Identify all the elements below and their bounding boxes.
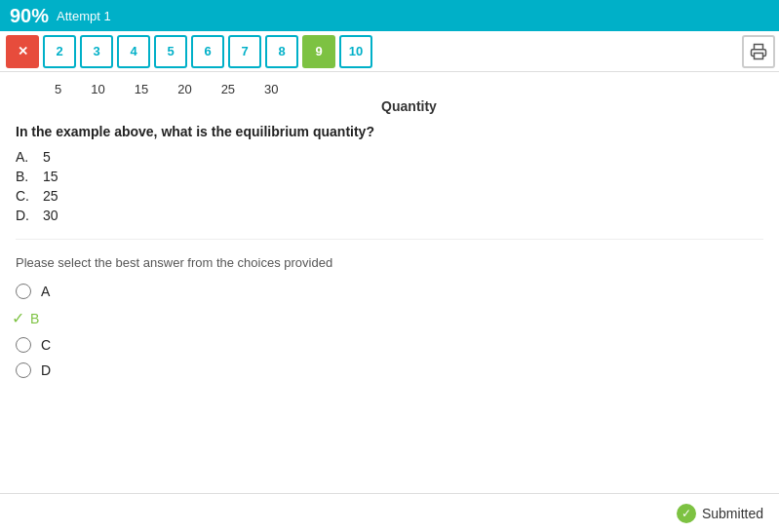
- radio-label-b: B: [30, 311, 39, 326]
- radio-label-d: D: [41, 362, 51, 378]
- axis-label-30: 30: [264, 82, 278, 96]
- radio-label-c: C: [41, 337, 51, 353]
- main-content: 5 10 15 20 25 30 Quantity In the example…: [0, 72, 779, 378]
- nav-btn-1[interactable]: ✕: [6, 35, 39, 68]
- submitted-check-icon: ✓: [677, 504, 696, 523]
- nav-btn-9[interactable]: 9: [302, 35, 335, 68]
- axis-title: Quantity: [55, 98, 763, 114]
- nav-btn-2[interactable]: 2: [43, 35, 76, 68]
- radio-input-d[interactable]: [16, 362, 31, 378]
- question-text: In the example above, what is the equili…: [16, 124, 763, 139]
- nav-btn-10[interactable]: 10: [339, 35, 372, 68]
- radio-choice-b[interactable]: ✓ B: [16, 309, 763, 327]
- answer-choice-a: A. 5: [16, 149, 763, 165]
- nav-btn-8[interactable]: 8: [265, 35, 298, 68]
- axis-label-25: 25: [221, 82, 235, 96]
- instruction-text: Please select the best answer from the c…: [16, 255, 763, 270]
- attempt-label: Attempt 1: [57, 9, 111, 23]
- radio-input-a[interactable]: [16, 284, 31, 299]
- answer-choice-b: B. 15: [16, 169, 763, 184]
- checkmark-icon: ✓: [12, 309, 24, 327]
- header-bar: 90% Attempt 1: [0, 0, 779, 31]
- nav-btn-6[interactable]: 6: [191, 35, 224, 68]
- radio-label-a: A: [41, 284, 50, 299]
- submitted-label: Submitted: [702, 506, 763, 521]
- answer-choice-d: D. 30: [16, 208, 763, 223]
- axis-label-10: 10: [91, 82, 104, 96]
- axis-label-15: 15: [135, 82, 148, 96]
- answer-letter-d: D.: [16, 208, 43, 223]
- answer-value-c: 25: [43, 188, 58, 204]
- svg-rect-0: [755, 53, 763, 58]
- answer-value-d: 30: [43, 208, 58, 223]
- print-button[interactable]: [742, 35, 775, 68]
- axis-label-20: 20: [177, 82, 191, 96]
- nav-btn-5[interactable]: 5: [154, 35, 187, 68]
- footer-bar: ✓ Submitted: [0, 493, 779, 532]
- question-nav-bar: ✕ 2 3 4 5 6 7 8 9 10: [0, 31, 779, 72]
- radio-input-c[interactable]: [16, 337, 31, 353]
- radio-choice-d[interactable]: D: [16, 362, 763, 378]
- score-display: 90%: [10, 5, 49, 27]
- nav-btn-7[interactable]: 7: [228, 35, 261, 68]
- radio-choice-a[interactable]: A: [16, 284, 763, 299]
- nav-btn-3[interactable]: 3: [80, 35, 113, 68]
- submitted-badge: ✓ Submitted: [677, 504, 763, 523]
- answer-value-a: 5: [43, 149, 51, 165]
- answer-letter-c: C.: [16, 188, 43, 204]
- nav-btn-4[interactable]: 4: [117, 35, 150, 68]
- answer-value-b: 15: [43, 169, 58, 184]
- answer-choice-c: C. 25: [16, 188, 763, 204]
- answer-letter-a: A.: [16, 149, 43, 165]
- axis-labels: 5 10 15 20 25 30: [55, 82, 763, 96]
- axis-label-5: 5: [55, 82, 61, 96]
- printer-icon: [750, 43, 767, 60]
- section-divider: [16, 239, 763, 240]
- radio-choice-c[interactable]: C: [16, 337, 763, 353]
- answer-letter-b: B.: [16, 169, 43, 184]
